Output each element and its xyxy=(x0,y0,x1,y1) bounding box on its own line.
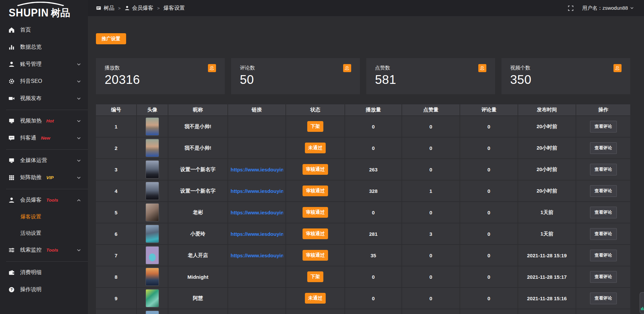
video-link[interactable]: https://www.iesdouyin.c xyxy=(231,188,283,194)
sidebar-item-label: 操作说明 xyxy=(20,286,42,293)
view-comments-button[interactable]: 查看评论 xyxy=(590,164,617,175)
video-link[interactable]: https://www.iesdouyin.c xyxy=(231,167,283,172)
breadcrumb-item-shupin[interactable]: 树品 xyxy=(96,5,114,12)
chevron-down-icon xyxy=(76,79,81,84)
cell-link: https://www.iesdouyin.c xyxy=(228,180,285,201)
sidebar-item-video-publish[interactable]: 视频发布 xyxy=(0,90,88,107)
sidebar-item-tag: New xyxy=(41,136,50,141)
cell-likes: 0 xyxy=(402,159,460,180)
sidebar-item-omni-media[interactable]: 全媒体运营 xyxy=(0,152,88,169)
view-comments-button[interactable]: 查看评论 xyxy=(590,142,617,154)
sidebar: SHUPIN 树品 首页数据总览账号管理抖音SEO视频发布视频加热Hot抖客通N… xyxy=(0,0,88,314)
avatar xyxy=(146,225,159,243)
view-comments-button[interactable]: 查看评论 xyxy=(590,293,617,304)
cell-nickname: Midnight xyxy=(168,266,227,287)
promo-settings-button[interactable]: 推广设置 xyxy=(96,33,126,44)
view-comments-button[interactable]: 查看评论 xyxy=(590,250,617,261)
cell-status: 下架 xyxy=(286,266,344,287)
breadcrumb-label: 树品 xyxy=(104,5,114,12)
avatar xyxy=(146,117,159,136)
stat-label: 评论数 xyxy=(240,65,351,71)
cell-likes: 3 xyxy=(402,223,460,244)
status-badge: 审核通过 xyxy=(303,186,328,196)
cell-nickname xyxy=(168,309,227,314)
sidebar-item-home[interactable]: 首页 xyxy=(0,21,88,39)
avatar xyxy=(146,268,159,286)
cell-nickname: 小爱玲 xyxy=(168,223,227,244)
status-badge: 审核通过 xyxy=(303,228,328,239)
sidebar-item-account-manage[interactable]: 账号管理 xyxy=(0,56,88,73)
sidebar-subitem-baoke-settings[interactable]: 爆客设置 xyxy=(0,209,88,225)
cell-comments: 0 xyxy=(460,266,518,287)
chevron-down-icon xyxy=(76,175,81,180)
column-header: 昵称 xyxy=(168,104,227,115)
status-badge: 审核通过 xyxy=(303,250,328,261)
view-comments-button[interactable]: 查看评论 xyxy=(590,185,617,197)
cell-link xyxy=(228,138,285,158)
comment-icon xyxy=(8,135,15,141)
breadcrumb-separator: > xyxy=(118,6,121,11)
cell-id xyxy=(96,309,136,314)
cell-nickname: 阿慧 xyxy=(168,288,227,309)
cell-nickname: 我不是小帅! xyxy=(168,116,227,137)
sidebar-item-label: 数据总览 xyxy=(20,44,42,51)
sidebar-item-clue-monitor[interactable]: 线索监控Tools xyxy=(0,242,88,259)
video-link[interactable]: https://www.iesdouyin.c xyxy=(231,210,283,215)
video-link[interactable]: https://www.iesdouyin.c xyxy=(231,231,283,237)
column-header: 头像 xyxy=(137,104,168,115)
cell-likes: 1 xyxy=(402,180,460,201)
sidebar-item-operation-guide[interactable]: ?操作说明 xyxy=(0,281,88,298)
floating-contact-widget[interactable] xyxy=(640,292,644,314)
cell-time: 20小时前 xyxy=(518,138,576,158)
cell-time: 20小时前 xyxy=(518,116,576,137)
sidebar-item-douyin-seo[interactable]: 抖音SEO xyxy=(0,73,88,90)
view-comments-button[interactable]: 查看评论 xyxy=(590,207,617,218)
avatar xyxy=(146,289,159,307)
view-comments-button[interactable]: 查看评论 xyxy=(590,271,617,283)
cell-plays: 281 xyxy=(345,223,401,244)
stat-value: 50 xyxy=(240,73,351,87)
stat-label: 视频个数 xyxy=(510,65,622,71)
stat-card-videos: 视频个数 350 总 xyxy=(501,58,630,94)
sidebar-item-video-heat[interactable]: 视频加热Hot xyxy=(0,112,88,129)
view-comments-button[interactable]: 查看评论 xyxy=(590,121,617,133)
cell-id: 3 xyxy=(96,159,136,180)
sidebar-divider xyxy=(6,110,88,110)
topbar-right: 用户名：zswodun88 xyxy=(568,5,634,11)
cell-time: 2021-11-28 15:17 xyxy=(518,266,576,287)
chevron-down-icon xyxy=(76,96,81,101)
cell-status: 审核通过 xyxy=(286,223,344,244)
video-link[interactable]: https://www.iesdouyin.c xyxy=(231,253,283,258)
sidebar-divider xyxy=(6,189,88,189)
logo-text-cn: 树品 xyxy=(51,6,70,20)
cell-plays: 328 xyxy=(345,180,401,201)
sidebar-item-consume-detail[interactable]: 消费明细 xyxy=(0,264,88,281)
sidebar-item-data-overview[interactable]: 数据总览 xyxy=(0,39,88,56)
cell-id: 2 xyxy=(96,138,136,158)
breadcrumb-item-baoke-settings[interactable]: 爆客设置 xyxy=(163,5,185,12)
chevron-up-icon xyxy=(76,198,81,203)
cell-id: 4 xyxy=(96,180,136,201)
avatar xyxy=(146,203,159,221)
view-comments-button[interactable]: 查看评论 xyxy=(590,228,617,240)
fullscreen-icon[interactable] xyxy=(568,5,574,11)
cell-likes: 0 xyxy=(402,266,460,287)
cell-plays: 263 xyxy=(345,159,401,180)
topbar: 树品>会员爆客>爆客设置 用户名：zswodun88 xyxy=(88,0,644,16)
cell-plays: 0 xyxy=(345,138,401,158)
username-label: 用户名：zswodun88 xyxy=(582,5,628,11)
breadcrumb-item-member-baoke[interactable]: 会员爆客 xyxy=(124,5,154,12)
column-header: 操作 xyxy=(576,104,630,115)
user-menu[interactable]: 用户名：zswodun88 xyxy=(582,5,634,11)
sidebar-item-label: 消费明细 xyxy=(20,269,42,276)
sidebar-item-member-baoke[interactable]: 会员爆客Tools xyxy=(0,192,88,209)
sidebar-item-matrix-boost[interactable]: 矩阵助推VIP xyxy=(0,169,88,186)
sidebar-item-label: 全媒体运营 xyxy=(20,157,47,164)
sidebar-item-douketong[interactable]: 抖客通New xyxy=(0,129,88,147)
avatar xyxy=(146,311,159,314)
total-badge: 总 xyxy=(478,64,486,72)
sidebar-subitem-label: 爆客设置 xyxy=(20,213,41,220)
logo: SHUPIN 树品 xyxy=(0,0,88,21)
bar-chart-icon xyxy=(8,44,15,50)
sidebar-subitem-activity-settings[interactable]: 活动设置 xyxy=(0,225,88,242)
